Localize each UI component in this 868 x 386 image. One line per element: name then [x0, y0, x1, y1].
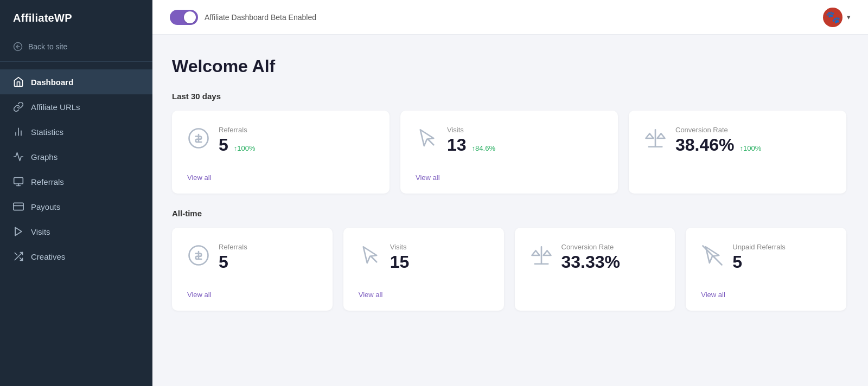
card-value-row: 13 ↑84.6% — [447, 136, 603, 153]
page-title: Welcome Alf — [172, 56, 846, 76]
nav-label: Referrals — [31, 177, 64, 186]
svg-line-21 — [371, 256, 377, 262]
sidebar-item-affiliate-urls[interactable]: Affiliate URLs — [0, 94, 152, 119]
card-top: Conversion Rate 38.46% ↑100% — [644, 126, 831, 153]
card-info: Visits 13 ↑84.6% — [447, 126, 603, 153]
nav-label: Creatives — [31, 252, 65, 261]
card-value: 15 — [390, 253, 410, 271]
card-top: Visits 15 — [359, 243, 489, 271]
card-value-row: 38.46% ↑100% — [675, 136, 831, 153]
visits-icon — [13, 226, 24, 237]
nav-label: Visits — [31, 227, 50, 236]
cursor-icon — [359, 244, 381, 267]
last30-label: Last 30 days — [172, 92, 846, 101]
dollar-icon — [187, 244, 210, 267]
svg-rect-8 — [14, 203, 23, 210]
nav-label: Affiliate URLs — [31, 102, 80, 112]
graphs-icon — [13, 151, 24, 162]
link-icon — [13, 101, 24, 112]
sidebar-item-graphs[interactable]: Graphs — [0, 144, 152, 169]
beta-toggle[interactable] — [170, 10, 198, 25]
card-referrals-all: Referrals 5 View all — [172, 228, 333, 311]
home-icon — [13, 76, 24, 87]
card-value: 33.33% — [561, 253, 621, 271]
card-name: Referrals — [219, 243, 317, 251]
toggle-track — [170, 10, 198, 25]
card-name: Referrals — [219, 126, 374, 134]
card-value-row: 5 — [219, 253, 317, 271]
card-info: Referrals 5 ↑100% — [219, 126, 374, 153]
view-all-link[interactable]: View all — [187, 173, 374, 182]
card-conversion-all: Conversion Rate 33.33% — [515, 228, 675, 311]
card-info: Conversion Rate 38.46% ↑100% — [675, 126, 831, 153]
creatives-icon — [13, 251, 24, 262]
nav-label: Dashboard — [31, 78, 73, 87]
card-name: Conversion Rate — [675, 126, 831, 134]
card-top: Visits 13 ↑84.6% — [416, 126, 603, 153]
sidebar-item-statistics[interactable]: Statistics — [0, 119, 152, 144]
topbar-right: 🐾 ▾ — [823, 8, 851, 27]
sidebar-item-visits[interactable]: Visits — [0, 219, 152, 244]
back-to-site[interactable]: Back to site — [0, 36, 152, 62]
card-name: Unpaid Referrals — [732, 243, 831, 251]
sidebar-nav: Dashboard Affiliate URLs Statistics Grap… — [0, 62, 152, 386]
dollar-icon — [187, 127, 210, 150]
card-visits-30: Visits 13 ↑84.6% View all — [400, 111, 618, 194]
card-visits-all: Visits 15 View all — [343, 228, 504, 311]
nav-label: Graphs — [31, 152, 58, 162]
card-unpaid-all: Unpaid Referrals 5 View all — [686, 228, 846, 311]
card-value-row: 5 ↑100% — [219, 136, 374, 153]
main-content: Affiliate Dashboard Beta Enabled 🐾 ▾ Wel… — [152, 0, 868, 386]
card-info: Conversion Rate 33.33% — [561, 243, 660, 271]
nav-label: Payouts — [31, 202, 60, 211]
card-top: Conversion Rate 33.33% — [530, 243, 660, 271]
nav-label: Statistics — [31, 127, 63, 137]
topbar-left: Affiliate Dashboard Beta Enabled — [170, 10, 316, 25]
card-percent: ↑84.6% — [472, 144, 495, 152]
chevron-down-icon[interactable]: ▾ — [847, 13, 851, 21]
card-percent: ↑100% — [234, 144, 256, 152]
card-referrals-30: Referrals 5 ↑100% View all — [172, 111, 390, 194]
statistics-icon — [13, 126, 24, 137]
cursor-icon — [416, 127, 438, 150]
card-percent: ↑100% — [740, 144, 762, 152]
sidebar-item-dashboard[interactable]: Dashboard — [0, 69, 152, 94]
back-label: Back to site — [28, 42, 67, 51]
card-name: Visits — [390, 243, 489, 251]
svg-rect-5 — [14, 178, 23, 184]
sidebar: AffiliateWP Back to site Dashboard Affil… — [0, 0, 152, 386]
svg-line-16 — [428, 139, 434, 145]
avatar[interactable]: 🐾 — [823, 8, 843, 27]
scale-icon — [530, 244, 553, 267]
card-info: Visits 15 — [390, 243, 489, 271]
card-value-row: 15 — [390, 253, 489, 271]
toggle-thumb — [184, 11, 196, 23]
card-value-row: 5 — [732, 253, 831, 271]
alltime-cards: Referrals 5 View all Visits — [172, 228, 846, 311]
view-all-link[interactable]: View all — [701, 291, 831, 299]
card-value: 5 — [219, 136, 228, 153]
card-value-row: 33.33% — [561, 253, 660, 271]
sidebar-item-creatives[interactable]: Creatives — [0, 244, 152, 269]
referrals-icon — [13, 176, 24, 187]
card-name: Visits — [447, 126, 603, 134]
card-value: 13 — [447, 136, 467, 153]
app-logo: AffiliateWP — [0, 0, 152, 36]
card-value: 38.46% — [675, 136, 735, 153]
view-all-link[interactable]: View all — [187, 291, 317, 299]
card-value: 5 — [219, 253, 228, 271]
unpaid-icon — [701, 244, 724, 267]
card-name: Conversion Rate — [561, 243, 660, 251]
sidebar-item-referrals[interactable]: Referrals — [0, 169, 152, 194]
card-top: Unpaid Referrals 5 — [701, 243, 831, 271]
card-conversion-30: Conversion Rate 38.46% ↑100% — [629, 111, 846, 194]
topbar-label: Affiliate Dashboard Beta Enabled — [205, 13, 316, 22]
card-info: Referrals 5 — [219, 243, 317, 271]
view-all-link[interactable]: View all — [416, 173, 603, 182]
view-all-link[interactable]: View all — [359, 291, 489, 299]
back-icon — [13, 42, 23, 52]
card-top: Referrals 5 — [187, 243, 317, 271]
card-top: Referrals 5 ↑100% — [187, 126, 374, 153]
card-value: 5 — [732, 253, 742, 271]
sidebar-item-payouts[interactable]: Payouts — [0, 194, 152, 219]
